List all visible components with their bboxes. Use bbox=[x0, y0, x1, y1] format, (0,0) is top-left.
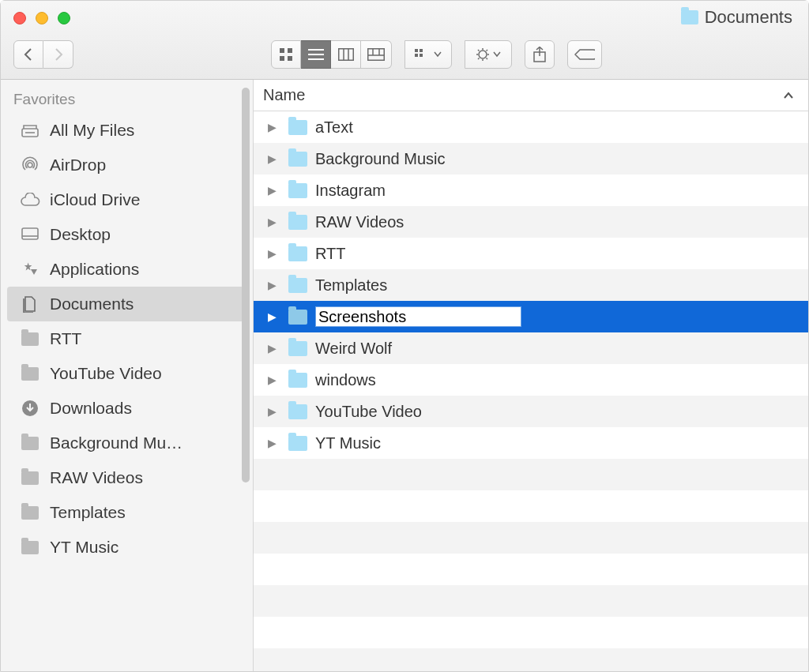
disclosure-triangle-icon[interactable]: ▶ bbox=[268, 405, 280, 418]
file-rename-input[interactable] bbox=[315, 306, 521, 327]
disclosure-triangle-icon[interactable]: ▶ bbox=[268, 374, 280, 386]
disclosure-triangle-icon[interactable]: ▶ bbox=[268, 342, 280, 355]
file-row[interactable]: ▶ YouTube Video bbox=[254, 396, 808, 427]
zoom-window-button[interactable] bbox=[58, 12, 70, 24]
svg-point-18 bbox=[479, 51, 487, 58]
sidebar[interactable]: Favorites All My Files AirDrop iCloud Dr… bbox=[1, 80, 254, 671]
sidebar-item-label: YT Music bbox=[50, 538, 119, 557]
sidebar-item-rtt[interactable]: RTT bbox=[1, 321, 253, 356]
folder-icon bbox=[288, 310, 307, 325]
forward-button[interactable] bbox=[43, 40, 73, 69]
empty-row bbox=[254, 617, 808, 648]
disclosure-triangle-icon[interactable]: ▶ bbox=[268, 437, 280, 449]
empty-row bbox=[254, 522, 808, 554]
minimize-window-button[interactable] bbox=[36, 12, 48, 24]
empty-row bbox=[254, 490, 808, 522]
documents-icon bbox=[20, 295, 40, 313]
svg-line-23 bbox=[478, 50, 480, 51]
sidebar-item-templates[interactable]: Templates bbox=[1, 495, 253, 530]
sidebar-item-label: RTT bbox=[50, 329, 81, 348]
file-row[interactable]: ▶ Background Music bbox=[254, 143, 808, 175]
sidebar-scrollbar[interactable] bbox=[242, 88, 250, 482]
file-name: YouTube Video bbox=[315, 403, 422, 421]
empty-row bbox=[254, 585, 808, 617]
file-list[interactable]: ▶ aText ▶ Background Music ▶ Instagram ▶ bbox=[254, 111, 808, 671]
file-row[interactable]: ▶ aText bbox=[254, 111, 808, 143]
share-button[interactable] bbox=[525, 40, 555, 69]
folder-icon bbox=[288, 183, 307, 198]
file-row[interactable]: ▶ Weird Wolf bbox=[254, 332, 808, 364]
sidebar-item-youtube-video[interactable]: YouTube Video bbox=[1, 356, 253, 391]
svg-line-24 bbox=[487, 58, 488, 59]
folder-icon bbox=[20, 539, 40, 556]
svg-rect-31 bbox=[22, 228, 38, 239]
tags-button[interactable] bbox=[567, 40, 602, 69]
airdrop-icon bbox=[20, 156, 40, 174]
icon-view-button[interactable] bbox=[271, 40, 301, 69]
folder-icon bbox=[288, 278, 307, 293]
file-name: windows bbox=[315, 371, 376, 389]
sidebar-item-documents[interactable]: Documents bbox=[7, 287, 246, 321]
svg-rect-15 bbox=[420, 49, 423, 52]
sidebar-item-background-music[interactable]: Background Mu… bbox=[1, 426, 253, 460]
sidebar-item-label: Templates bbox=[50, 503, 126, 522]
file-row[interactable]: ▶ windows bbox=[254, 364, 808, 396]
sidebar-item-label: AirDrop bbox=[50, 156, 106, 175]
sidebar-item-desktop[interactable]: Desktop bbox=[1, 217, 253, 252]
disclosure-triangle-icon[interactable]: ▶ bbox=[268, 216, 280, 228]
action-button[interactable] bbox=[465, 40, 512, 69]
arrange-button[interactable] bbox=[404, 40, 452, 69]
disclosure-triangle-icon[interactable]: ▶ bbox=[268, 121, 280, 133]
view-mode-buttons bbox=[271, 40, 392, 69]
empty-row bbox=[254, 648, 808, 671]
folder-icon bbox=[288, 120, 307, 135]
disclosure-triangle-icon[interactable]: ▶ bbox=[268, 247, 280, 260]
sidebar-item-label: Background Mu… bbox=[50, 434, 182, 452]
file-name: RTT bbox=[315, 245, 346, 263]
sidebar-item-label: Documents bbox=[50, 295, 134, 313]
downloads-icon bbox=[20, 400, 40, 417]
folder-icon bbox=[288, 215, 307, 230]
sidebar-item-downloads[interactable]: Downloads bbox=[1, 391, 253, 426]
column-header-name[interactable]: Name bbox=[263, 86, 305, 104]
svg-line-25 bbox=[478, 58, 480, 59]
disclosure-triangle-icon[interactable]: ▶ bbox=[268, 152, 280, 165]
file-row-selected[interactable]: ▶ bbox=[254, 301, 808, 332]
sidebar-item-yt-music[interactable]: YT Music bbox=[1, 530, 253, 565]
empty-row bbox=[254, 459, 808, 490]
disclosure-triangle-icon[interactable]: ▶ bbox=[268, 310, 280, 323]
back-button[interactable] bbox=[13, 40, 43, 69]
sidebar-item-airdrop[interactable]: AirDrop bbox=[1, 148, 253, 182]
file-row[interactable]: ▶ RAW Videos bbox=[254, 206, 808, 238]
sidebar-item-raw-videos[interactable]: RAW Videos bbox=[1, 460, 253, 495]
file-row[interactable]: ▶ Instagram bbox=[254, 175, 808, 206]
column-header-row[interactable]: Name bbox=[254, 80, 808, 111]
svg-rect-14 bbox=[415, 49, 418, 52]
svg-point-30 bbox=[28, 163, 32, 167]
sidebar-item-label: RAW Videos bbox=[50, 468, 143, 487]
svg-rect-3 bbox=[288, 56, 292, 61]
disclosure-triangle-icon[interactable]: ▶ bbox=[268, 184, 280, 197]
file-name: Instagram bbox=[315, 182, 386, 200]
sidebar-item-label: Applications bbox=[50, 260, 139, 279]
close-window-button[interactable] bbox=[13, 12, 26, 24]
folder-icon bbox=[20, 365, 40, 382]
sort-indicator-icon[interactable] bbox=[783, 92, 794, 99]
sidebar-item-label: Desktop bbox=[50, 225, 111, 244]
folder-icon bbox=[20, 330, 40, 347]
sidebar-item-applications[interactable]: Applications bbox=[1, 252, 253, 287]
file-name: YT Music bbox=[315, 434, 381, 452]
file-row[interactable]: ▶ Templates bbox=[254, 269, 808, 301]
disclosure-triangle-icon[interactable]: ▶ bbox=[268, 279, 280, 291]
sidebar-item-icloud-drive[interactable]: iCloud Drive bbox=[1, 182, 253, 217]
coverflow-view-button[interactable] bbox=[361, 40, 392, 69]
file-row[interactable]: ▶ RTT bbox=[254, 238, 808, 269]
sidebar-item-all-my-files[interactable]: All My Files bbox=[1, 113, 253, 148]
column-view-button[interactable] bbox=[331, 40, 361, 69]
file-pane: Name ▶ aText ▶ Background Music ▶ bbox=[254, 80, 808, 671]
sidebar-item-label: Downloads bbox=[50, 399, 132, 418]
svg-rect-7 bbox=[338, 48, 353, 60]
traffic-lights bbox=[1, 12, 70, 24]
list-view-button[interactable] bbox=[301, 40, 331, 69]
file-row[interactable]: ▶ YT Music bbox=[254, 427, 808, 459]
